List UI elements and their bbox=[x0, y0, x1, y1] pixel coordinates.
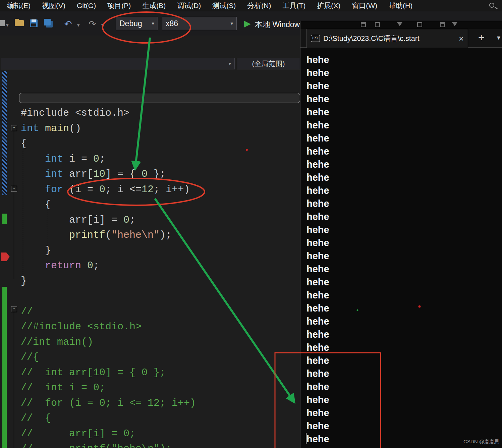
vs-window: 编辑(E)视图(V)Git(G)项目(P)生成(B)调试(D)测试(S)分析(N… bbox=[0, 0, 502, 448]
code-line: } bbox=[21, 274, 196, 289]
chevron-down-icon: ▾ bbox=[152, 20, 154, 26]
gutter-arrow-icon[interactable] bbox=[1, 251, 10, 262]
code-line: // printf("hehe\n"); bbox=[21, 441, 196, 448]
menu-item[interactable]: 窗口(W) bbox=[346, 1, 383, 10]
console-line: hehe bbox=[306, 66, 329, 79]
chevron-down-icon[interactable]: ▾ bbox=[101, 22, 104, 28]
menu-item[interactable]: 扩展(X) bbox=[311, 1, 346, 10]
code-line: // bbox=[21, 304, 196, 320]
toolbar-separator bbox=[109, 19, 109, 28]
type-dropdown[interactable]: ▾ bbox=[1, 58, 235, 69]
toolbar-icon[interactable] bbox=[452, 22, 457, 26]
menu-item[interactable]: 帮助(H) bbox=[383, 1, 418, 10]
console-tab[interactable]: C:\ D:\Study\2023.C\C语言\c.start × bbox=[306, 29, 468, 48]
close-icon[interactable]: × bbox=[459, 34, 464, 43]
toolbar-icon[interactable] bbox=[397, 22, 402, 26]
fold-guide-tick bbox=[14, 279, 16, 279]
redo-icon[interactable]: ↷ bbox=[89, 19, 96, 30]
toolbar-icon[interactable] bbox=[361, 22, 366, 27]
save-icon[interactable] bbox=[30, 19, 38, 27]
code-line: int main() bbox=[21, 121, 196, 136]
code-line: arr[i] = 0; bbox=[21, 213, 196, 228]
save-all-icon[interactable] bbox=[44, 19, 51, 25]
code-line: for (i = 0; i <=12; i++) bbox=[21, 182, 196, 198]
chevron-down-icon: ▾ bbox=[228, 61, 231, 67]
toolbar-icon[interactable] bbox=[417, 22, 422, 27]
code-line: return 0; bbox=[21, 258, 196, 274]
console-line: hehe bbox=[306, 276, 329, 289]
new-tab-button[interactable]: + bbox=[478, 32, 485, 44]
chevron-down-icon[interactable]: ▾ bbox=[77, 22, 80, 28]
menu-item[interactable]: 项目(P) bbox=[102, 1, 136, 10]
console-line: hehe bbox=[306, 354, 329, 367]
code-line: // for (i = 0; i <= 12; i++) bbox=[21, 396, 196, 411]
chevron-down-icon[interactable]: ▾ bbox=[6, 22, 9, 28]
console-output: hehehehehehehehehehehehehehehehehehehehe… bbox=[300, 53, 329, 446]
code-line: } bbox=[21, 243, 196, 259]
console-line: hehe bbox=[306, 236, 329, 249]
code-line: //{ bbox=[21, 350, 196, 365]
console-line: hehe bbox=[306, 158, 329, 171]
console-line: hehe bbox=[306, 433, 329, 446]
open-folder-icon[interactable] bbox=[15, 20, 24, 26]
editor-inline-box[interactable] bbox=[19, 93, 300, 103]
code-lines: #include <stdio.h>int main(){ int i = 0;… bbox=[21, 106, 196, 448]
toolbar-icon[interactable] bbox=[440, 22, 445, 27]
new-item-icon[interactable] bbox=[0, 20, 5, 26]
platform-dropdown[interactable]: x86 ▾ bbox=[162, 17, 237, 30]
menu-item[interactable]: 测试(S) bbox=[207, 1, 241, 10]
search-icon[interactable] bbox=[489, 1, 498, 11]
run-button-label[interactable]: 本地 Window bbox=[255, 19, 300, 30]
console-tab-title: D:\Study\2023.C\C语言\c.start bbox=[323, 34, 455, 43]
code-editor[interactable]: - - - #include <stdio.h>int main(){ int … bbox=[0, 70, 301, 448]
scope-dropdown[interactable]: (全局范围) bbox=[237, 58, 300, 69]
console-line: hehe bbox=[306, 393, 329, 406]
code-line: // { bbox=[21, 411, 196, 426]
menu-item[interactable]: 工具(T) bbox=[277, 1, 311, 10]
change-tracking-bar-green bbox=[2, 287, 7, 448]
menu-item[interactable]: 调试(D) bbox=[171, 1, 207, 10]
chevron-down-icon: ▾ bbox=[230, 20, 233, 26]
console-line: hehe bbox=[306, 315, 329, 328]
navigation-bar: ▾ (全局范围) bbox=[0, 57, 301, 70]
console-line: hehe bbox=[306, 106, 329, 119]
code-line bbox=[21, 289, 196, 304]
toolbar-icon[interactable] bbox=[375, 22, 380, 27]
platform-value: x86 bbox=[166, 19, 178, 28]
fold-marker[interactable]: - bbox=[11, 186, 17, 192]
console-line: hehe bbox=[306, 171, 329, 184]
fold-marker[interactable]: - bbox=[11, 306, 17, 312]
code-line: //#include <stdio.h> bbox=[21, 319, 196, 335]
search-handle bbox=[494, 6, 498, 9]
code-line: { bbox=[21, 197, 196, 213]
undo-icon[interactable]: ↶ bbox=[64, 19, 72, 30]
toolbar-separator bbox=[58, 19, 58, 28]
console-line: hehe bbox=[306, 289, 329, 302]
debug-config-dropdown[interactable]: Debug ▾ bbox=[116, 17, 158, 30]
console-line: hehe bbox=[306, 419, 329, 433]
console-line: hehe bbox=[306, 145, 329, 158]
menu-item[interactable]: 生成(B) bbox=[136, 1, 171, 10]
console-line: hehe bbox=[306, 328, 329, 341]
console-line: hehe bbox=[306, 223, 329, 236]
code-line: // int arr[10] = { 0 }; bbox=[21, 365, 196, 381]
fold-guide-line bbox=[14, 131, 14, 279]
console-line: hehe bbox=[306, 341, 329, 354]
chevron-down-icon[interactable]: ▾ bbox=[497, 34, 500, 42]
change-tracking-bar-blue bbox=[2, 71, 7, 195]
console-line: hehe bbox=[306, 93, 329, 106]
menu-item[interactable]: 编辑(E) bbox=[1, 1, 36, 10]
code-line: // int i = 0; bbox=[21, 380, 196, 396]
console-line: hehe bbox=[306, 119, 329, 132]
run-play-icon[interactable]: ▶ bbox=[244, 18, 251, 29]
console-line: hehe bbox=[306, 53, 329, 66]
menu-item[interactable]: 分析(N) bbox=[241, 1, 277, 10]
console-line: hehe bbox=[306, 263, 329, 276]
fold-marker[interactable]: - bbox=[11, 125, 17, 131]
menu-item[interactable]: 视图(V) bbox=[36, 1, 71, 10]
console-line: hehe bbox=[306, 210, 329, 223]
console-line: hehe bbox=[306, 249, 329, 263]
menu-item[interactable]: Git(G) bbox=[71, 2, 102, 10]
code-line: int arr[10] = { 0 }; bbox=[21, 167, 196, 182]
scope-value: (全局范围) bbox=[252, 59, 285, 68]
